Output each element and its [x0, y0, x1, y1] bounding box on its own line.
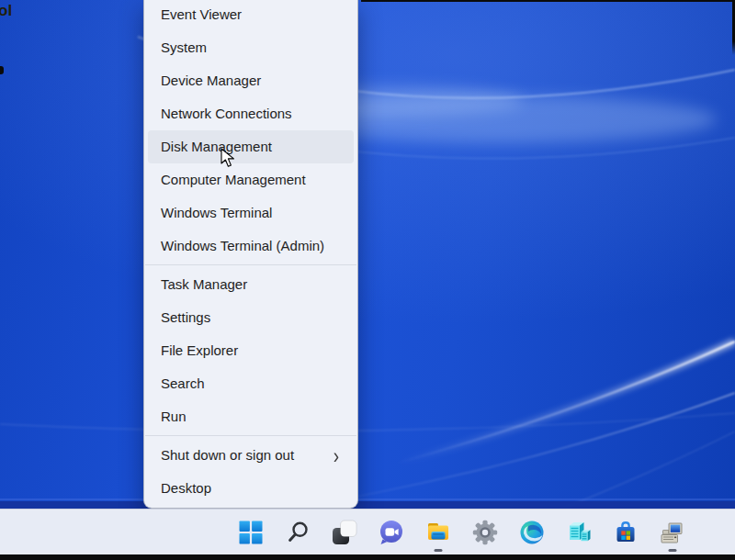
screen-frame-top	[361, 0, 735, 2]
taskbar-button-legacy-computer[interactable]	[660, 510, 685, 555]
running-indicator	[435, 549, 443, 552]
menu-item-desktop[interactable]: Desktop	[144, 472, 357, 505]
menu-item-label: Run	[161, 400, 187, 433]
settings-gear-icon	[472, 520, 498, 545]
menu-item-computer-management[interactable]: Computer Management	[144, 163, 357, 196]
menu-item-disk-management[interactable]: Disk Management	[148, 130, 354, 163]
menu-item-shut-down-or-sign-out[interactable]: Shut down or sign out›	[144, 439, 357, 472]
desktop-edge-mark	[0, 66, 4, 74]
file-explorer-icon	[425, 520, 451, 545]
taskbar-button-chat[interactable]	[379, 510, 404, 555]
taskbar-button-start[interactable]	[238, 510, 264, 555]
taskbar-button-edge-browser[interactable]	[519, 510, 545, 555]
server-stack-icon	[566, 520, 592, 545]
search-icon	[285, 520, 311, 545]
taskbar	[0, 509, 735, 554]
start-icon	[238, 520, 264, 545]
menu-item-settings[interactable]: Settings	[144, 301, 357, 334]
screen-frame-bottom	[0, 554, 735, 560]
legacy-computer-icon	[660, 520, 685, 545]
submenu-chevron-icon: ›	[334, 444, 339, 466]
menu-item-label: Device Manager	[161, 64, 261, 97]
taskbar-button-microsoft-store[interactable]	[613, 510, 639, 555]
taskbar-button-file-explorer[interactable]	[425, 510, 451, 555]
menu-item-system[interactable]: System	[144, 31, 357, 64]
running-indicator	[669, 549, 677, 552]
taskbar-button-search[interactable]	[285, 510, 311, 555]
menu-item-label: Network Connections	[161, 97, 292, 130]
task-view-icon	[332, 520, 357, 545]
taskbar-button-server-stack[interactable]	[566, 510, 592, 555]
wallpaper-light-streaks	[0, 0, 735, 554]
menu-item-label: Shut down or sign out	[161, 439, 294, 472]
menu-item-file-explorer[interactable]: File Explorer	[144, 334, 357, 367]
menu-separator	[145, 435, 356, 436]
menu-item-label: Task Manager	[161, 268, 247, 301]
menu-item-label: Disk Management	[161, 130, 272, 163]
microsoft-store-icon	[613, 520, 639, 545]
menu-item-label: File Explorer	[161, 334, 238, 367]
desktop-wallpaper[interactable]	[0, 0, 735, 554]
menu-item-label: Windows Terminal	[161, 196, 272, 230]
winx-context-menu: Event ViewerSystemDevice ManagerNetwork …	[143, 0, 358, 509]
menu-item-windows-terminal[interactable]: Windows Terminal	[144, 196, 357, 230]
menu-item-network-connections[interactable]: Network Connections	[144, 97, 357, 130]
taskbar-button-task-view[interactable]	[332, 510, 357, 555]
menu-item-label: Desktop	[161, 472, 211, 505]
menu-item-label: System	[161, 31, 207, 64]
menu-item-label: Settings	[161, 301, 210, 334]
menu-item-task-manager[interactable]: Task Manager	[144, 268, 357, 301]
menu-item-device-manager[interactable]: Device Manager	[144, 64, 357, 97]
menu-item-label: Search	[161, 367, 205, 400]
edge-browser-icon	[519, 520, 545, 545]
menu-item-event-viewer[interactable]: Event Viewer	[144, 0, 357, 31]
menu-item-windows-terminal-admin[interactable]: Windows Terminal (Admin)	[144, 230, 357, 263]
menu-item-label: Event Viewer	[161, 0, 242, 31]
menu-item-run[interactable]: Run	[144, 400, 357, 433]
menu-separator	[145, 264, 356, 265]
taskbar-button-settings-gear[interactable]	[472, 510, 498, 555]
menu-item-label: Windows Terminal (Admin)	[161, 230, 324, 263]
menu-item-search[interactable]: Search	[144, 367, 357, 400]
chat-icon	[379, 520, 404, 545]
menu-item-label: Computer Management	[161, 163, 306, 196]
desktop-icon-partial-label: ol	[0, 2, 13, 20]
